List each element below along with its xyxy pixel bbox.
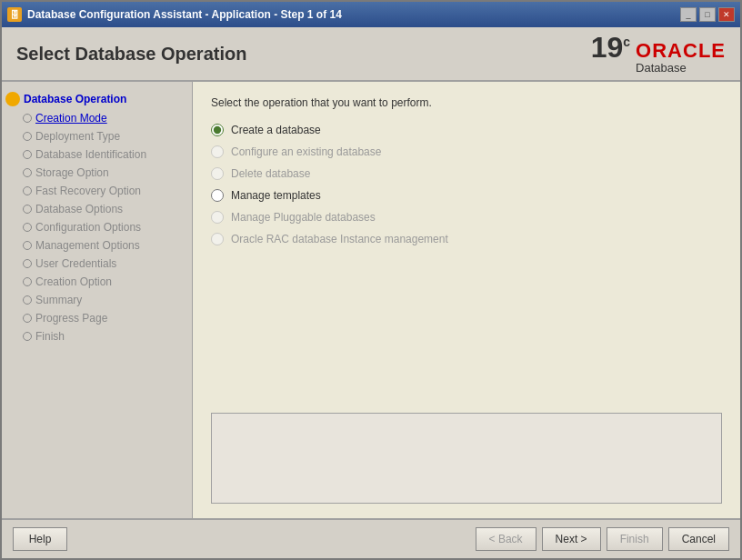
app-icon: 🗄	[7, 7, 22, 22]
sidebar-label-database-options: Database Options	[35, 203, 123, 215]
titlebar-left: 🗄 Database Configuration Assistant - App…	[7, 7, 342, 22]
radio-label-configure-existing: Configure an existing database	[231, 145, 381, 158]
step-dot-summary	[23, 295, 32, 305]
radio-configure-existing	[211, 145, 224, 158]
radio-item-configure-existing: Configure an existing database	[211, 145, 722, 158]
sidebar-item-summary: Summary	[2, 291, 192, 309]
sidebar-label-management-options: Management Options	[35, 239, 140, 252]
sidebar-label-creation-mode: Creation Mode	[35, 112, 107, 125]
footer-left: Help	[13, 527, 67, 551]
sidebar-label-progress-page: Progress Page	[35, 312, 107, 325]
radio-item-manage-pluggable: Manage Pluggable databases	[211, 211, 722, 224]
sidebar-item-finish: Finish	[2, 327, 192, 345]
help-button[interactable]: Help	[13, 527, 67, 551]
radio-item-manage-templates[interactable]: Manage templates	[211, 189, 722, 202]
sidebar-label-storage-option: Storage Option	[35, 166, 109, 179]
step-indicator-active	[5, 92, 20, 106]
main-content: Database Operation Creation Mode Deploym…	[2, 82, 740, 518]
sidebar-item-configuration-options: Configuration Options	[2, 218, 192, 236]
info-box	[211, 413, 722, 504]
sidebar-item-database-options: Database Options	[2, 200, 192, 218]
titlebar: 🗄 Database Configuration Assistant - App…	[2, 2, 740, 27]
window-title: Database Configuration Assistant - Appli…	[27, 8, 342, 21]
radio-label-manage-pluggable: Manage Pluggable databases	[231, 211, 376, 224]
step-dot-creation-option	[23, 277, 32, 286]
sidebar-item-fast-recovery-option: Fast Recovery Option	[2, 182, 192, 200]
radio-item-delete-db: Delete database	[211, 167, 722, 180]
radio-delete-db	[211, 167, 224, 180]
window-controls: _ □ ✕	[680, 7, 735, 22]
sidebar-item-user-credentials: User Credentials	[2, 255, 192, 273]
sidebar-label-database-identification: Database Identification	[35, 148, 146, 161]
sidebar-item-creation-option: Creation Option	[2, 273, 192, 291]
footer-right: < Back Next > Finish Cancel	[476, 527, 729, 551]
radio-label-manage-templates: Manage templates	[231, 189, 321, 202]
sidebar-label-summary: Summary	[35, 294, 82, 306]
radio-manage-pluggable	[211, 211, 224, 224]
step-dot-database-options	[23, 205, 32, 214]
sidebar-item-management-options: Management Options	[2, 236, 192, 255]
page-header: Select Database Operation 19c ORACLE Dat…	[2, 27, 740, 82]
oracle-logo: 19c ORACLE Database	[591, 33, 726, 75]
step-dot-creation-mode	[23, 114, 32, 123]
sidebar-label-deployment-type: Deployment Type	[35, 130, 120, 143]
radio-oracle-rac	[211, 233, 224, 245]
radio-create-db[interactable]	[211, 124, 224, 136]
oracle-version: 19c	[591, 33, 630, 62]
sidebar-label-database-operation: Database Operation	[24, 93, 126, 105]
oracle-subtitle: Database	[636, 61, 687, 75]
back-button[interactable]: < Back	[476, 527, 536, 551]
oracle-text: ORACLE Database	[636, 41, 726, 75]
step-dot-user-credentials	[23, 259, 32, 268]
sidebar-item-storage-option: Storage Option	[2, 164, 192, 182]
sidebar-label-finish: Finish	[35, 330, 65, 343]
cancel-button[interactable]: Cancel	[668, 527, 729, 551]
minimize-button[interactable]: _	[680, 7, 697, 22]
oracle-name: ORACLE	[636, 41, 726, 61]
step-dot-management-options	[23, 241, 32, 250]
sidebar-item-creation-mode[interactable]: Creation Mode	[2, 109, 192, 127]
sidebar-label-fast-recovery-option: Fast Recovery Option	[35, 185, 141, 197]
sidebar-item-progress-page: Progress Page	[2, 309, 192, 327]
page-title: Select Database Operation	[16, 44, 246, 65]
restore-button[interactable]: □	[699, 7, 716, 22]
radio-item-create-db[interactable]: Create a database	[211, 124, 722, 136]
step-dot-database-identification	[23, 150, 32, 159]
sidebar-label-configuration-options: Configuration Options	[35, 221, 141, 234]
radio-item-oracle-rac: Oracle RAC database Instance management	[211, 233, 722, 245]
radio-group-operations: Create a database Configure an existing …	[211, 124, 722, 245]
step-dot-progress-page	[23, 314, 32, 323]
step-dot-fast-recovery	[23, 186, 32, 195]
close-button[interactable]: ✕	[718, 7, 735, 22]
sidebar-label-user-credentials: User Credentials	[35, 257, 116, 270]
sidebar: Database Operation Creation Mode Deploym…	[2, 82, 193, 518]
step-dot-deployment-type	[23, 132, 32, 141]
main-window: 🗄 Database Configuration Assistant - App…	[0, 0, 742, 560]
next-button[interactable]: Next >	[542, 527, 601, 551]
radio-label-delete-db: Delete database	[231, 167, 310, 180]
sidebar-item-deployment-type: Deployment Type	[2, 127, 192, 145]
sidebar-item-database-operation[interactable]: Database Operation	[2, 89, 192, 109]
finish-button[interactable]: Finish	[607, 527, 663, 551]
radio-label-oracle-rac: Oracle RAC database Instance management	[231, 233, 448, 245]
radio-manage-templates[interactable]	[211, 189, 224, 202]
sidebar-item-database-identification: Database Identification	[2, 145, 192, 164]
content-description: Select the operation that you want to pe…	[211, 96, 722, 109]
footer: Help < Back Next > Finish Cancel	[2, 518, 740, 558]
sidebar-label-creation-option: Creation Option	[35, 275, 112, 288]
step-dot-configuration-options	[23, 223, 32, 232]
step-dot-finish	[23, 332, 32, 341]
step-dot-storage-option	[23, 168, 32, 177]
radio-label-create-db: Create a database	[231, 124, 321, 136]
content-area: Select the operation that you want to pe…	[193, 82, 740, 518]
